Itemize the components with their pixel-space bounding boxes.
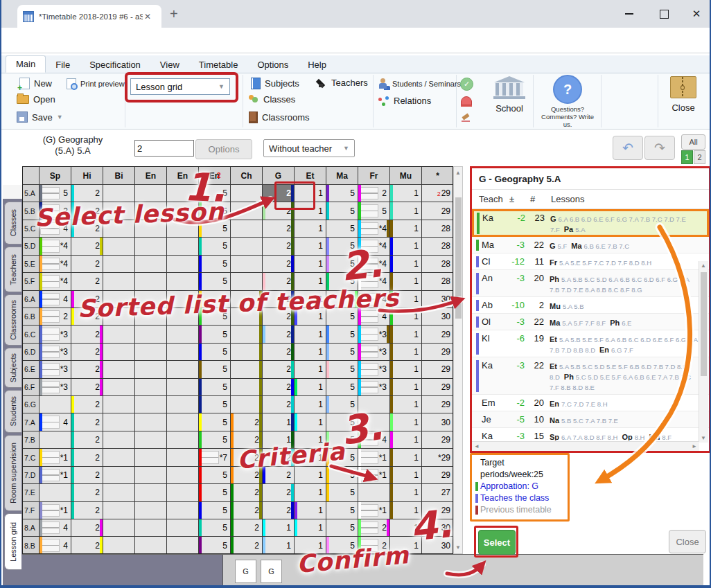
grid-cell[interactable] (103, 379, 135, 396)
grid-cell[interactable]: 28 (422, 238, 453, 255)
grid-cell[interactable]: 1 (390, 185, 422, 202)
grid-cell[interactable]: 29 (422, 344, 453, 361)
grid-cell[interactable] (167, 379, 199, 396)
grid-cell[interactable] (167, 238, 199, 255)
grid-cell[interactable] (103, 502, 135, 519)
teacher-row-5[interactable]: Ab-102Mu5.A 5.B (472, 297, 709, 314)
grid-cell[interactable]: 5 (199, 537, 231, 554)
grid-cell[interactable] (231, 273, 263, 290)
grid-cell[interactable] (167, 467, 199, 484)
grid-cell[interactable]: 5 (199, 484, 231, 501)
bottom-card-button-2[interactable]: G (261, 560, 282, 583)
school-button[interactable]: School (486, 76, 532, 126)
new-button[interactable]: New (19, 78, 52, 89)
grid-cell[interactable] (135, 449, 167, 466)
grid-cell[interactable]: *3 (358, 379, 390, 396)
grid-cell[interactable]: 28 (422, 273, 453, 290)
grid-cell[interactable] (40, 431, 71, 449)
grid-cell[interactable]: 1 (295, 326, 326, 343)
grid-cell[interactable] (167, 361, 199, 378)
teacher-list-scrollbar[interactable]: ▲ ▼ (699, 261, 708, 443)
scroll-up-icon[interactable]: ▲ (701, 262, 706, 269)
grid-cell[interactable]: 2 (263, 484, 295, 501)
grid-cell[interactable]: *1 (40, 467, 71, 484)
teacher-row-8[interactable]: Ka-322Et5.A 5.B 5.C 5.D 5.E 5.F 6.B 6.D … (472, 357, 709, 395)
grid-cell[interactable]: 30 (422, 308, 453, 326)
grid-cell[interactable]: 2 (71, 502, 103, 519)
grid-cell[interactable]: 29 (422, 326, 453, 343)
grid-cell[interactable]: 2 (231, 519, 263, 537)
grid-cell[interactable] (103, 273, 135, 290)
grid-cell[interactable]: *4 (40, 273, 71, 290)
print-preview-button[interactable]: Print preview (67, 78, 125, 89)
grid-cell[interactable]: 4 (40, 291, 71, 308)
bottom-card-button-1[interactable]: G (235, 560, 256, 583)
grid-cell[interactable]: *29 (422, 449, 453, 466)
grid-cell[interactable]: *1 (358, 449, 390, 466)
grid-cell[interactable]: *3 (40, 344, 71, 361)
grid-cell[interactable]: 28 (422, 256, 453, 273)
grid-cell[interactable]: 2 (71, 413, 103, 431)
grid-cell[interactable]: 27 (422, 484, 453, 501)
classrooms-button[interactable]: Classrooms (249, 112, 310, 123)
grid-cell[interactable]: 2 (71, 256, 103, 273)
check-status-button[interactable]: ✓ (460, 78, 473, 91)
grid-cell[interactable]: 1 (295, 467, 326, 484)
grid-cell[interactable] (167, 519, 199, 537)
grid-cell[interactable]: 1 (390, 326, 422, 343)
teacher-row-7[interactable]: Kl-619Et5.A 5.B 5.E 5.F 6.A 6.B 6.C 6.D … (472, 330, 709, 357)
grid-cell[interactable]: 1 (295, 413, 326, 431)
grid-cell[interactable]: 2 (71, 238, 103, 255)
grid-cell[interactable]: 1 (295, 502, 326, 519)
grid-cell[interactable]: 2 (263, 256, 295, 273)
students-seminars-button[interactable]: Students / Seminars (378, 78, 461, 89)
grid-cell[interactable]: 2 (71, 431, 103, 449)
grid-cell[interactable]: *4 (40, 238, 71, 255)
grid-cell[interactable]: 1 (390, 467, 422, 484)
grid-cell[interactable]: 2 (231, 537, 263, 554)
grid-cell[interactable] (103, 256, 135, 273)
grid-cell[interactable]: *1 (40, 449, 71, 466)
grid-cell[interactable] (135, 238, 167, 255)
grid-cell[interactable]: 2 (231, 502, 263, 519)
grid-cell[interactable]: 1 (390, 396, 422, 413)
grid-cell[interactable]: *1 (358, 467, 390, 484)
grid-cell[interactable]: 5 (326, 484, 358, 501)
grid-cell[interactable]: 5 (326, 519, 358, 537)
grid-cell[interactable]: 1 (390, 361, 422, 378)
grid-cell[interactable]: 4 (40, 413, 71, 431)
grid-cell[interactable]: 4 (40, 537, 71, 554)
grid-cell[interactable]: *3 (40, 361, 71, 378)
grid-cell[interactable] (103, 344, 135, 361)
questions-button[interactable]: ? Questions? Comments? Write us. (536, 75, 599, 127)
grid-cell[interactable] (358, 484, 390, 501)
grid-cell[interactable]: 2 (71, 326, 103, 343)
sidebar-tab-classes[interactable]: Classes (4, 202, 21, 244)
grid-cell[interactable]: 5 (326, 202, 358, 220)
grid-cell[interactable]: 1 (263, 413, 295, 431)
teacher-row-10[interactable]: Je-510Na5.B 5.C 7.A 7.B 7.E (472, 411, 709, 428)
grid-cell[interactable]: 1 (263, 537, 295, 554)
grid-cell[interactable]: 1 (295, 238, 326, 255)
grid-cell[interactable] (135, 502, 167, 519)
grid-cell[interactable] (103, 396, 135, 413)
open-button[interactable]: Open (17, 94, 55, 105)
scroll-down-icon[interactable]: ▼ (455, 544, 461, 551)
browser-tab[interactable]: *Timetable 2018-2019 #6 - aSc Ti ✕ (17, 5, 161, 28)
grid-cell[interactable]: 1 (295, 519, 326, 537)
save-dropdown-icon[interactable]: ▼ (57, 114, 63, 121)
grid-cell[interactable]: 1 (295, 344, 326, 361)
menu-item-timetable[interactable]: Timetable (189, 57, 248, 73)
grid-cell[interactable] (135, 396, 167, 413)
grid-cell[interactable]: 5 (326, 326, 358, 343)
grid-cell[interactable]: 5 (326, 502, 358, 519)
grid-cell[interactable] (167, 431, 199, 449)
grid-cell[interactable]: 5 (199, 467, 231, 484)
grid-cell[interactable]: 1 (295, 396, 326, 413)
grid-cell[interactable]: 5 (199, 431, 231, 449)
grid-cell[interactable] (167, 273, 199, 290)
grid-cell[interactable]: 2 (71, 519, 103, 537)
close-file-button[interactable]: Close (661, 76, 705, 126)
grid-cell[interactable]: 5 (199, 273, 231, 290)
grid-cell[interactable]: 1 (295, 484, 326, 501)
